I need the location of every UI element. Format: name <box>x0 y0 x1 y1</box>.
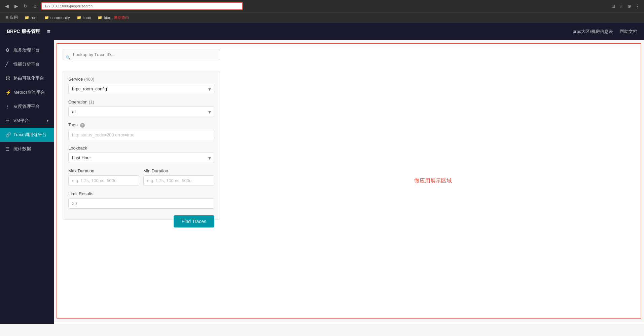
folder-icon-linux: 📁 <box>77 15 81 20</box>
home-button[interactable]: ⌂ <box>32 3 38 9</box>
docs-link[interactable]: 帮助文档 <box>620 29 637 35</box>
footer: BIGO © 2020~2021 基础架构团队 <box>54 321 644 324</box>
tags-label-text: Tags <box>68 122 77 127</box>
star-icon[interactable]: ☆ <box>618 3 624 9</box>
limit-input[interactable] <box>68 198 214 209</box>
tags-input[interactable] <box>68 130 214 140</box>
sidebar-service-governance-label: 服务治理平台 <box>13 47 48 53</box>
main-layout: ⚙ 服务治理平台 ╱ 性能分析平台 ⛓ 路由可视化平台 ⚡ Metrics查询平… <box>0 40 644 324</box>
refresh-button[interactable]: ↻ <box>22 3 29 9</box>
header-right: brpc大区/机房信息表 帮助文档 <box>573 29 637 35</box>
hamburger-menu[interactable]: ≡ <box>47 28 51 35</box>
sidebar-item-gray[interactable]: ⋮ 灰度管理平台 <box>0 99 54 114</box>
service-group: Service (400) brpc_room_config <box>68 77 214 94</box>
sidebar-gray-label: 灰度管理平台 <box>13 103 48 110</box>
sidebar-item-stats[interactable]: ☰ 统计数据 <box>0 142 54 156</box>
service-select-wrap: brpc_room_config <box>68 84 214 94</box>
bookmarks-bar: ⊞ 应用 📁 root 📁 community 📁 linux 📁 biag 激… <box>0 12 644 23</box>
operation-group: Operation (1) all <box>68 99 214 117</box>
operation-select[interactable]: all <box>68 107 214 117</box>
search-icon: 🔍 <box>66 55 71 60</box>
lookback-group: Lookback Last Hour Last 2 Hours Last 3 H… <box>68 145 214 163</box>
forward-button[interactable]: ▶ <box>13 3 20 9</box>
operation-count: (1) <box>89 99 94 104</box>
trace-icon: 🔗 <box>5 132 11 137</box>
bookmark-apps[interactable]: ⊞ 应用 <box>3 14 21 21</box>
extension-icon[interactable]: ⊕ <box>626 3 633 9</box>
min-duration-col: Min Duration <box>143 168 214 186</box>
service-governance-icon: ⚙ <box>5 47 11 53</box>
datacenter-link[interactable]: brpc大区/机房信息表 <box>573 29 613 35</box>
url-bar[interactable]: 127.0.0.1:3000/jaeger/search <box>41 2 243 10</box>
service-select[interactable]: brpc_room_config <box>68 84 214 94</box>
vm-icon: ☰ <box>5 118 11 123</box>
tags-help-icon[interactable]: ? <box>80 123 85 128</box>
sidebar-item-vm[interactable]: ☰ VM平台 ▾ <box>0 114 54 128</box>
folder-icon: 📁 <box>25 15 29 20</box>
menu-icon[interactable]: ⋮ <box>634 3 641 9</box>
limit-label: Limit Results <box>68 191 214 196</box>
bookmark-biag[interactable]: 📁 biag 激活路由 <box>95 14 132 21</box>
search-form: Service (400) brpc_room_config <box>63 71 220 220</box>
micro-app-placeholder-text: 微应用展示区域 <box>414 177 452 184</box>
sidebar-stats-label: 统计数据 <box>13 146 48 152</box>
back-button[interactable]: ◀ <box>3 3 10 9</box>
min-duration-label: Min Duration <box>143 168 214 173</box>
sidebar-item-metrics[interactable]: ⚡ Metrics查询平台 <box>0 85 54 99</box>
app-logo: BRPC 服务管理 <box>7 29 40 35</box>
content-area: 🔍 Service (400) <box>54 40 644 324</box>
folder-icon-community: 📁 <box>44 15 49 20</box>
routing-icon: ⛓ <box>5 76 11 81</box>
browser-actions: ⊡ ☆ ⊕ ⋮ <box>610 3 641 9</box>
active-route-label: 激活路由 <box>114 15 129 20</box>
sidebar-item-trace[interactable]: 🔗 Trace调用链平台 <box>0 128 54 142</box>
sidebar-performance-label: 性能分析平台 <box>13 61 48 67</box>
lookback-label: Lookback <box>68 145 214 151</box>
bookmark-apps-label: 应用 <box>10 15 18 20</box>
lookback-select[interactable]: Last Hour Last 2 Hours Last 3 Hours Last… <box>68 153 214 163</box>
bookmark-community[interactable]: 📁 community <box>42 15 73 21</box>
stats-icon: ☰ <box>5 146 11 152</box>
performance-icon: ╱ <box>5 61 11 67</box>
bookmark-linux[interactable]: 📁 linux <box>74 15 94 21</box>
max-duration-label: Max Duration <box>68 168 139 173</box>
operation-label-text: Operation <box>68 99 87 104</box>
folder-icon-biag: 📁 <box>98 15 102 20</box>
trace-lookup-wrap: 🔍 <box>63 49 220 66</box>
browser-chrome: ◀ ▶ ↻ ⌂ 127.0.0.1:3000/jaeger/search ⊡ ☆… <box>0 0 644 12</box>
limit-group: Limit Results <box>68 191 214 209</box>
sidebar-routing-label: 路由可视化平台 <box>13 75 48 81</box>
tags-group: Tags ? <box>68 122 214 140</box>
operation-label: Operation (1) <box>68 99 214 104</box>
gray-icon: ⋮ <box>5 104 11 109</box>
url-text: 127.0.0.1:3000/jaeger/search <box>44 4 93 8</box>
sidebar-trace-label: Trace调用链平台 <box>13 132 48 138</box>
sidebar-item-service-governance[interactable]: ⚙ 服务治理平台 <box>0 43 54 57</box>
find-traces-button[interactable]: Find Traces <box>174 215 214 227</box>
lookback-select-wrap: Last Hour Last 2 Hours Last 3 Hours Last… <box>68 153 214 163</box>
vm-chevron-icon: ▾ <box>47 119 48 123</box>
sidebar-item-performance[interactable]: ╱ 性能分析平台 <box>0 57 54 71</box>
micro-app-area: 微应用展示区域 <box>225 44 641 318</box>
apps-icon: ⊞ <box>5 15 8 20</box>
service-label-text: Service <box>68 77 83 82</box>
jaeger-search-panel: 🔍 Service (400) <box>57 44 225 318</box>
min-duration-input[interactable] <box>143 175 214 186</box>
cast-icon[interactable]: ⊡ <box>610 3 616 9</box>
max-duration-input[interactable] <box>68 175 139 186</box>
max-duration-col: Max Duration <box>68 168 139 186</box>
bookmark-root[interactable]: 📁 root <box>22 15 40 21</box>
bookmark-biag-label: biag <box>104 15 111 20</box>
tags-label: Tags ? <box>68 122 214 128</box>
trace-id-input[interactable] <box>63 49 220 60</box>
sidebar-metrics-label: Metrics查询平台 <box>13 89 48 95</box>
service-label: Service (400) <box>68 77 214 82</box>
jaeger-inner: 🔍 Service (400) <box>57 44 641 318</box>
sidebar-item-routing[interactable]: ⛓ 路由可视化平台 <box>0 71 54 85</box>
service-count: (400) <box>84 77 94 82</box>
duration-group: Max Duration Min Duration <box>68 168 214 186</box>
bookmark-community-label: community <box>50 15 70 20</box>
sidebar: ⚙ 服务治理平台 ╱ 性能分析平台 ⛓ 路由可视化平台 ⚡ Metrics查询平… <box>0 40 54 324</box>
app-header: BRPC 服务管理 ≡ brpc大区/机房信息表 帮助文档 <box>0 23 644 40</box>
jaeger-wrapper: 🔍 Service (400) <box>57 43 641 319</box>
